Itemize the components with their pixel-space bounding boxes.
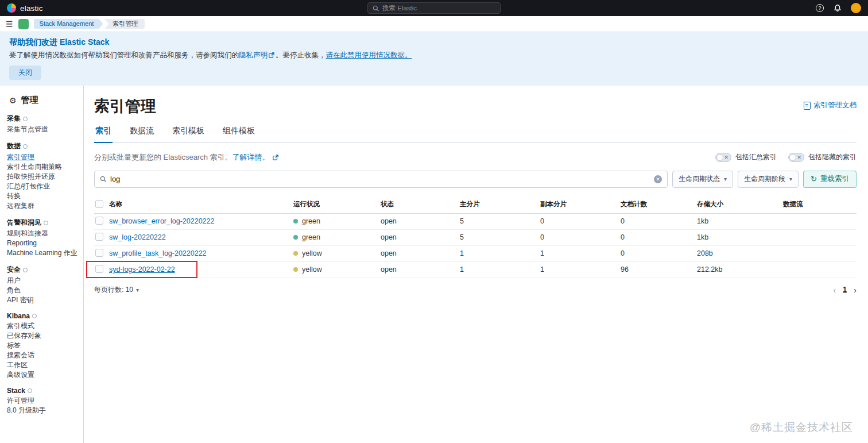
column-header[interactable]: 名称 <box>109 200 293 209</box>
rows-per-page-dropdown[interactable]: 每页行数: 10 ▾ <box>94 285 139 295</box>
main-header: 索引管理 索引管理文档 <box>94 98 857 115</box>
external-link-icon <box>269 52 274 58</box>
sidebar-item[interactable]: 远程集群 <box>7 202 80 210</box>
notifications-icon[interactable] <box>833 3 842 13</box>
layout: ⚙ 管理 采集 采集节点管道 数据 索引管理索引生命周期策略拍取快照并还原汇总/… <box>0 86 868 443</box>
column-header[interactable]: 数据流 <box>783 200 857 209</box>
close-banner-button[interactable]: 关闭 <box>9 66 41 80</box>
toggle-switch[interactable]: ✕ <box>715 153 731 162</box>
sidebar-section-header: Stack <box>7 387 80 395</box>
filter-dropdown[interactable]: 生命周期状态 ▾ <box>672 171 733 188</box>
index-search-input[interactable] <box>110 175 650 183</box>
index-name-link[interactable]: sw_log-20220222 <box>109 233 166 241</box>
sidebar-item[interactable]: Reporting <box>7 240 80 247</box>
sidebar-item[interactable]: 索引生命周期策略 <box>7 163 80 171</box>
docs-link[interactable]: 索引管理文档 <box>804 101 857 110</box>
index-name-link[interactable]: sw_profile_task_log-20220222 <box>109 249 207 257</box>
toggle-off-icon: ✕ <box>724 153 728 161</box>
column-header[interactable]: 运行状况 <box>293 200 381 209</box>
toggle-switch-row[interactable]: ✕ 包括汇总索引 <box>715 152 777 162</box>
replicas-cell: 1 <box>540 265 621 273</box>
toggle-switch-row[interactable]: ✕ 包括隐藏的索引 <box>788 152 857 162</box>
row-checkbox[interactable] <box>95 217 103 225</box>
docs-count-cell: 0 <box>621 249 697 257</box>
clear-search-icon[interactable]: ✕ <box>654 175 662 183</box>
menu-icon[interactable]: ☰ <box>6 20 13 28</box>
health-dot-icon <box>293 251 298 256</box>
privacy-statement-link[interactable]: 隐私声明 <box>239 51 268 59</box>
tab[interactable]: 索引 <box>94 126 113 143</box>
sidebar-item[interactable]: API 密钥 <box>7 296 80 304</box>
column-header[interactable]: 状态 <box>381 200 460 209</box>
sidebar-section: 数据 索引管理索引生命周期策略拍取快照并还原汇总/打包作业转换远程集群 <box>7 141 80 210</box>
sidebar-item[interactable]: 索引管理 <box>7 153 80 161</box>
sidebar-section-title: 采集 <box>7 114 21 124</box>
sidebar-item[interactable]: 角色 <box>7 287 80 294</box>
global-search-input[interactable] <box>382 5 495 11</box>
pager: ‹ 1 › <box>833 285 857 295</box>
disable-telemetry-link[interactable]: 请在此禁用使用情况数据。 <box>326 51 412 59</box>
global-search[interactable] <box>367 2 501 14</box>
sidebar-item[interactable]: 8.0 升级助手 <box>7 407 80 414</box>
select-all-checkbox[interactable] <box>95 200 103 208</box>
sidebar-section-items: 用户角色API 密钥 <box>7 277 80 304</box>
storage-size-cell: 1kb <box>697 233 783 241</box>
sidebar-item[interactable]: 许可管理 <box>7 397 80 405</box>
banner-text: 。要停止收集， <box>276 51 326 59</box>
sidebar-item[interactable]: 索引模式 <box>7 322 80 330</box>
row-checkbox[interactable] <box>95 233 103 241</box>
document-icon <box>804 102 811 110</box>
tab[interactable]: 组件模板 <box>222 126 256 142</box>
sidebar-item[interactable]: 用户 <box>7 277 80 284</box>
space-avatar[interactable] <box>18 19 29 29</box>
reload-button-label: 重载索引 <box>820 174 849 184</box>
index-search-box[interactable]: ✕ <box>94 171 668 188</box>
sidebar-item[interactable]: 转换 <box>7 192 80 200</box>
next-page-icon[interactable]: › <box>854 285 857 295</box>
sidebar-item[interactable]: Machine Learning 作业 <box>7 249 80 257</box>
previous-page-icon[interactable]: ‹ <box>833 285 836 295</box>
column-header[interactable]: 副本分片 <box>540 200 621 209</box>
current-page[interactable]: 1 <box>843 286 847 294</box>
breadcrumb-stack-management[interactable]: Stack Management <box>34 19 103 29</box>
sidebar-item[interactable]: 汇总/打包作业 <box>7 183 80 190</box>
sidebar-section-header: 数据 <box>7 141 80 151</box>
tab[interactable]: 索引模板 <box>171 126 206 142</box>
filter-dropdown[interactable]: 生命周期阶段 ▾ <box>738 171 799 188</box>
sidebar-item[interactable]: 拍取快照并还原 <box>7 173 80 180</box>
sidebar-item[interactable]: 搜索会话 <box>7 352 80 359</box>
index-name-cell: sw_log-20220222 <box>109 233 293 241</box>
health-text: yellow <box>302 265 322 273</box>
health-cell: yellow <box>293 249 381 257</box>
sidebar-section-title: Stack <box>7 387 25 395</box>
column-header[interactable]: 主分片 <box>460 200 540 209</box>
toggle-thumb <box>716 154 723 161</box>
health-dot-icon <box>293 219 298 224</box>
sidebar-section: Kibana 索引模式已保存对象标签搜索会话工作区高级设置 <box>7 312 80 379</box>
sidebar-item[interactable]: 高级设置 <box>7 371 80 379</box>
sidebar-item[interactable]: 工作区 <box>7 361 80 369</box>
sidebar-item[interactable]: 已保存对象 <box>7 332 80 340</box>
index-name-link[interactable]: syd-logs-2022-02-22 <box>109 265 175 273</box>
sidebar-item[interactable]: 规则和连接器 <box>7 230 80 237</box>
sidebar-item[interactable]: 标签 <box>7 342 80 349</box>
user-avatar[interactable] <box>851 3 861 13</box>
row-checkbox[interactable] <box>95 249 103 257</box>
page: elastic ? ☰ Stack Management 索引管理 帮助我们改进… <box>0 0 868 443</box>
info-icon <box>28 388 32 393</box>
help-icon[interactable]: ? <box>815 3 824 13</box>
table-row: sw_browser_error_log-20220222 green open… <box>94 214 857 230</box>
docs-count-cell: 96 <box>621 265 697 273</box>
learn-more-link[interactable]: 了解详情。 <box>232 153 270 161</box>
column-header[interactable]: 存储大小 <box>697 200 783 209</box>
tab[interactable]: 数据流 <box>129 126 155 142</box>
toggle-switch[interactable]: ✕ <box>788 153 804 162</box>
watermark: @稀土掘金技术社区 <box>750 420 853 435</box>
row-checkbox[interactable] <box>95 265 103 273</box>
index-name-link[interactable]: sw_browser_error_log-20220222 <box>109 217 214 225</box>
elastic-brand[interactable]: elastic <box>7 3 43 13</box>
column-header[interactable]: 文档计数 <box>621 200 697 209</box>
health-text: green <box>302 233 320 241</box>
sidebar-item[interactable]: 采集节点管道 <box>7 126 80 133</box>
reload-indices-button[interactable]: ↻ 重载索引 <box>803 171 857 188</box>
